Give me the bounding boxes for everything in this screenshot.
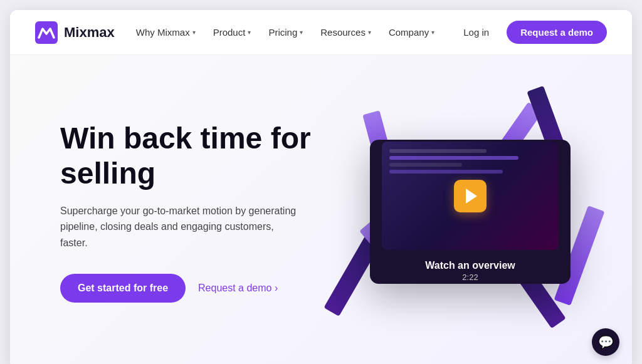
- brand-name: Mixmax: [64, 24, 115, 41]
- video-watch-label: Watch an overview: [425, 260, 515, 271]
- hero-title: Win back time for selling: [60, 121, 334, 190]
- nav-product[interactable]: Product ▾: [206, 22, 259, 43]
- request-demo-link[interactable]: Request a demo ›: [198, 283, 278, 294]
- login-link[interactable]: Log in: [456, 22, 497, 43]
- nav-actions: Log in Request a demo: [456, 21, 607, 44]
- request-demo-button[interactable]: Request a demo: [507, 21, 607, 44]
- logo-area[interactable]: Mixmax: [35, 21, 115, 44]
- hero-cta-group: Get started for free Request a demo ›: [60, 274, 334, 303]
- chat-icon: 💬: [598, 335, 614, 350]
- nav-why-mixmax[interactable]: Why Mixmax ▾: [129, 22, 203, 43]
- navigation: Mixmax Why Mixmax ▾ Product ▾ Pricing ▾ …: [10, 10, 632, 55]
- video-thumbnail: [382, 142, 559, 250]
- play-button[interactable]: [454, 180, 487, 212]
- hero-section: Win back time for selling Supercharge yo…: [10, 55, 632, 364]
- video-duration: 2:22: [425, 273, 515, 282]
- get-started-button[interactable]: Get started for free: [60, 274, 186, 303]
- ui-bar: [389, 163, 462, 167]
- ui-bar: [389, 170, 502, 174]
- browser-frame: Mixmax Why Mixmax ▾ Product ▾ Pricing ▾ …: [10, 10, 632, 364]
- hero-content: Win back time for selling Supercharge yo…: [60, 121, 334, 302]
- ui-bar: [389, 149, 487, 153]
- ui-bar: [389, 156, 518, 160]
- hero-visual: Watch an overview 2:22: [334, 80, 607, 343]
- chevron-down-icon: ▾: [368, 29, 371, 36]
- mixmax-logo-icon: [35, 21, 58, 44]
- ui-decoration: [389, 149, 551, 177]
- play-icon: [466, 189, 477, 204]
- nav-resources[interactable]: Resources ▾: [313, 22, 379, 43]
- video-caption: Watch an overview 2:22: [425, 260, 515, 282]
- chevron-down-icon: ▾: [192, 29, 196, 36]
- nav-company[interactable]: Company ▾: [381, 22, 442, 43]
- chevron-down-icon: ▾: [300, 29, 303, 36]
- chat-support-button[interactable]: 💬: [592, 328, 619, 356]
- nav-pricing[interactable]: Pricing ▾: [261, 22, 310, 43]
- chevron-down-icon: ▾: [248, 29, 251, 36]
- hero-subtitle: Supercharge your go-to-market motion by …: [60, 203, 298, 251]
- chevron-down-icon: ▾: [431, 29, 434, 36]
- nav-links: Why Mixmax ▾ Product ▾ Pricing ▾ Resourc…: [129, 22, 442, 43]
- video-preview-card[interactable]: Watch an overview 2:22: [370, 140, 571, 284]
